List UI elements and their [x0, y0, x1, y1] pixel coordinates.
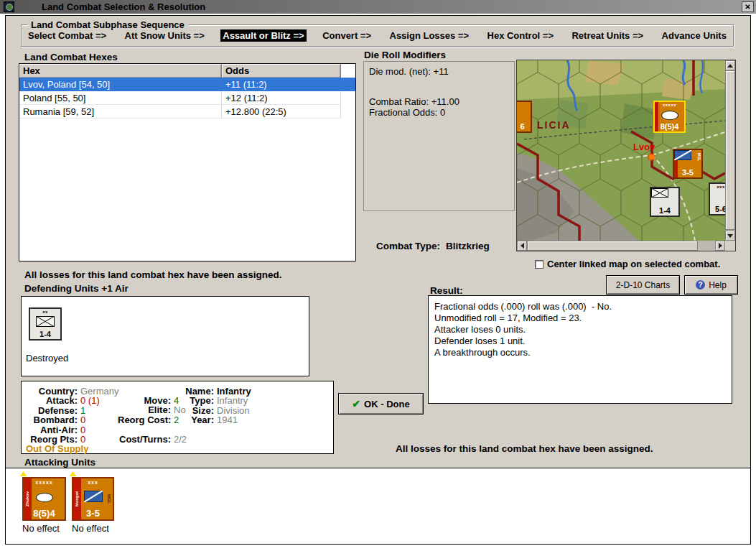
- result-line: Fractional odds (.000) roll was (.000) -…: [434, 301, 726, 312]
- unit-size: xxxxx: [35, 480, 52, 486]
- title-bar: Land Combat Selection & Resolution ✕: [0, 0, 756, 14]
- charts-button[interactable]: 2-D-10 Charts: [606, 275, 680, 295]
- map-vertical-scrollbar[interactable]: [725, 60, 735, 241]
- unit-size: xx: [42, 310, 48, 315]
- combat-ratio-line: Combat Ratio: +11.00: [369, 96, 509, 107]
- hex-cell[interactable]: Lvov, Poland [54, 50]: [19, 78, 222, 91]
- window-title: Land Combat Selection & Resolution: [42, 1, 205, 12]
- year-value: 1941: [217, 415, 238, 425]
- unit-strength: 1-4: [659, 207, 671, 215]
- reorgcost-label: Reorg Cost:: [118, 415, 174, 425]
- bombard-label: Bombard:: [26, 415, 80, 425]
- name-label: Name:: [182, 386, 217, 396]
- center-map-checkbox[interactable]: [535, 260, 543, 269]
- scroll-left-icon: [521, 243, 524, 249]
- map-unit-cavalry[interactable]: MGL xxx 3-5: [673, 149, 703, 179]
- ok-done-button[interactable]: ✔ OK - Done: [338, 393, 424, 415]
- unit-strength: 1-4: [39, 330, 51, 338]
- supply-status: Out Of Supply: [26, 444, 118, 453]
- result-line: Defender loses 1 unit.: [434, 335, 726, 347]
- cavalry-side-label: MGL: [697, 153, 701, 161]
- help-button[interactable]: ? Help: [684, 275, 738, 295]
- attack-label: Attack:: [26, 396, 80, 405]
- move-label: Move:: [118, 396, 174, 405]
- reorgcost-value: 2: [174, 415, 179, 425]
- horizontal-scroll-thumb[interactable]: [527, 241, 698, 251]
- hex-row-selected[interactable]: Lvov, Poland [54, 50] +11 (11:2): [19, 78, 355, 91]
- vertical-scroll-thumb[interactable]: [725, 70, 735, 230]
- defending-units-title: Defending Units +1 Air: [24, 283, 129, 294]
- elite-label: Elite:: [118, 405, 174, 415]
- attacking-unit-hq[interactable]: Zhukov xxxxx 8(5)4: [22, 477, 66, 521]
- step-advance-units: Advance Units: [660, 29, 729, 42]
- hex-row[interactable]: Poland [55, 50] +12 (11:2): [19, 91, 355, 105]
- defender-status: Destroyed: [26, 353, 68, 364]
- unit-strength: 8(5)4: [661, 123, 679, 131]
- scroll-right-button[interactable]: [715, 241, 725, 251]
- hex-list-title: Land Combat Hexes: [24, 52, 118, 62]
- help-button-label: Help: [709, 280, 727, 290]
- charts-button-label: 2-D-10 Charts: [616, 280, 670, 290]
- losses-assigned-message-left: All losses for this land combat hex have…: [24, 269, 282, 280]
- app-icon: [4, 1, 14, 12]
- unit-strength: 3-5: [682, 169, 694, 177]
- costturns-value: 2/2: [174, 434, 187, 445]
- help-icon: ?: [696, 280, 705, 290]
- step-select-combat: Select Combat =>: [26, 29, 108, 42]
- attacking-units-strip: Zhukov xxxxx 8(5)4 No effect Mongol MGL …: [6, 468, 750, 544]
- hex-cell[interactable]: Rumania [59, 52]: [19, 105, 222, 119]
- map-region-label: LICIA: [537, 119, 571, 131]
- size-label: Size:: [182, 406, 217, 415]
- odds-cell[interactable]: +12.800 (22:5): [222, 105, 341, 119]
- hex-row[interactable]: Rumania [59, 52] +12.800 (22:5): [19, 105, 355, 119]
- scroll-up-button[interactable]: [725, 60, 735, 70]
- scroll-up-icon: [727, 64, 733, 68]
- defending-unit-counter[interactable]: xx 1-4: [29, 307, 62, 341]
- scrollbar-corner: [725, 241, 735, 251]
- country-label: Country:: [26, 386, 80, 396]
- combat-type-value: Blitzkrieg: [446, 241, 490, 251]
- scroll-down-button[interactable]: [725, 231, 735, 241]
- combat-type-label: Combat Type:: [376, 241, 440, 251]
- map-unit-infantry[interactable]: xx 1-4: [650, 187, 680, 217]
- hq-commander-stripe: [655, 102, 658, 131]
- cavalry-side-stripe: MGL: [106, 478, 112, 519]
- step-att-snow-units: Att Snow Units =>: [123, 29, 207, 42]
- close-button[interactable]: ✕: [742, 1, 754, 12]
- scroll-down-icon: [727, 234, 733, 238]
- dialog-body: Land Combat Subphase Sequence Select Com…: [5, 15, 751, 545]
- attacking-units-title: Attacking Units: [24, 457, 95, 468]
- scroll-left-button[interactable]: [517, 241, 527, 251]
- antiair-label: Anti-Air:: [26, 425, 80, 435]
- unit-size: xxx: [88, 480, 98, 486]
- map-unit-edge-right[interactable]: xxx 5-6: [709, 182, 725, 216]
- hq-symbol: [661, 111, 678, 120]
- combat-map[interactable]: LICIA Lvov ✸ xxxxx 8(5)4 MGL xxx 3-5 xx: [517, 60, 725, 241]
- attacker-status: No effect: [22, 523, 60, 534]
- year-label: Year:: [182, 415, 217, 425]
- costturns-label: Cost/Turns:: [118, 435, 174, 444]
- cavalry-side-label: MGL: [106, 494, 112, 504]
- hex-column-header: Hex: [19, 64, 222, 78]
- defense-label: Defense:: [26, 406, 80, 415]
- odds-cell[interactable]: +11 (11:2): [222, 78, 341, 91]
- map-unit-hq[interactable]: xxxxx 8(5)4: [653, 101, 686, 133]
- map-unit-edge-left[interactable]: 6: [517, 101, 532, 133]
- map-horizontal-scrollbar[interactable]: [517, 241, 725, 251]
- step-assign-losses: Assign Losses =>: [388, 29, 472, 42]
- unit-strength: 5-6: [715, 205, 725, 213]
- unit-size: xxxxx: [663, 103, 676, 108]
- result-line: Unmodified roll = 17, Modified = 23.: [434, 312, 726, 324]
- scroll-right-icon: [719, 243, 722, 249]
- odds-cell[interactable]: +12 (11:2): [222, 91, 341, 105]
- commander-name: Zhukov: [24, 491, 32, 506]
- die-roll-modifiers-panel: Die mod. (net): +11 Combat Ratio: +11.00…: [363, 61, 515, 211]
- hex-cell[interactable]: Poland [55, 50]: [19, 91, 222, 105]
- attacking-unit-cavalry[interactable]: Mongol MGL xxx 3-5: [72, 477, 114, 521]
- attacker-status: No effect: [72, 523, 109, 534]
- reorgpts-label: Reorg Pts:: [26, 435, 80, 444]
- hq-symbol: [36, 493, 53, 502]
- center-map-checkbox-label: Center linked map on selected combat.: [547, 259, 720, 269]
- combat-hex-list: Hex Odds Lvov, Poland [54, 50] +11 (11:2…: [19, 63, 356, 261]
- cavalry-nation-stripe: Mongol: [73, 478, 81, 519]
